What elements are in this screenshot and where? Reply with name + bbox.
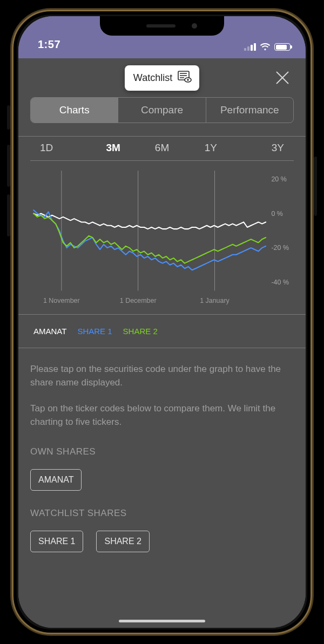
legend-item[interactable]: SHARE 2: [123, 327, 158, 336]
header: Watchlist: [18, 58, 306, 97]
svg-point-5: [187, 79, 188, 80]
svg-text:0 %: 0 %: [271, 210, 282, 218]
phone-silent-switch: [7, 105, 10, 130]
range-3m[interactable]: 3M: [89, 142, 137, 154]
range-6m[interactable]: 6M: [138, 142, 186, 154]
speaker-grille: [146, 24, 176, 28]
chart: -40 %-20 %0 %20 %1 November1 December1 J…: [30, 167, 294, 308]
svg-text:20 %: 20 %: [271, 175, 286, 183]
ticker-chip[interactable]: AMANAT: [30, 469, 82, 491]
watchlist-button[interactable]: Watchlist: [125, 65, 199, 91]
status-icons: [244, 43, 291, 51]
battery-icon: [274, 43, 291, 51]
legend-item[interactable]: AMANAT: [33, 327, 66, 336]
time-range-row: 1D3M6M1Y3Y: [30, 137, 294, 161]
watchlist-shares-row: SHARE 1SHARE 2: [30, 531, 294, 552]
svg-text:-40 %: -40 %: [271, 279, 289, 286]
cellular-signal-icon: [244, 43, 256, 51]
tab-compare[interactable]: Compare: [118, 98, 206, 123]
range-3y[interactable]: 3Y: [235, 142, 294, 154]
section-divider: [18, 348, 306, 348]
range-1y[interactable]: 1Y: [186, 142, 235, 154]
home-indicator: [119, 620, 205, 622]
tab-charts[interactable]: Charts: [31, 98, 118, 123]
series-legend: AMANATSHARE 1SHARE 2: [30, 315, 294, 348]
ticker-chip[interactable]: SHARE 1: [30, 531, 83, 552]
wifi-icon: [260, 43, 271, 51]
svg-text:-20 %: -20 %: [271, 244, 289, 252]
status-time: 1:57: [38, 38, 60, 51]
svg-text:1 December: 1 December: [120, 297, 157, 304]
own-shares-row: AMANAT: [30, 469, 294, 491]
hint-text-2: Tap on the ticker codes below to compare…: [30, 402, 294, 429]
chart-svg: -40 %-20 %0 %20 %1 November1 December1 J…: [30, 167, 294, 308]
range-1d[interactable]: 1D: [30, 142, 89, 154]
phone-power-button: [314, 157, 317, 216]
watchlist-shares-title: WATCHLIST SHARES: [30, 508, 294, 519]
tab-performance[interactable]: Performance: [206, 98, 293, 123]
phone-volume-up: [7, 145, 10, 187]
tab-segmented: ChartsComparePerformance: [30, 97, 294, 123]
svg-text:1 November: 1 November: [43, 297, 80, 304]
screen: 1:57 Watchlist: [18, 16, 306, 628]
legend-item[interactable]: SHARE 1: [77, 327, 112, 336]
phone-volume-down: [7, 194, 10, 236]
watchlist-icon: [178, 71, 192, 85]
own-shares-title: OWN SHARES: [30, 446, 294, 457]
close-button[interactable]: [274, 70, 291, 86]
status-bar: 1:57: [18, 16, 306, 58]
app-screen: Watchlist: [18, 58, 306, 628]
front-camera: [192, 23, 197, 29]
ticker-chip[interactable]: SHARE 2: [96, 531, 149, 552]
svg-text:1 January: 1 January: [200, 297, 230, 304]
watchlist-label: Watchlist: [133, 72, 172, 84]
notch: [100, 16, 224, 36]
phone-frame: 1:57 Watchlist: [12, 10, 312, 634]
hint-text-1: Please tap on the securities code under …: [30, 362, 294, 390]
